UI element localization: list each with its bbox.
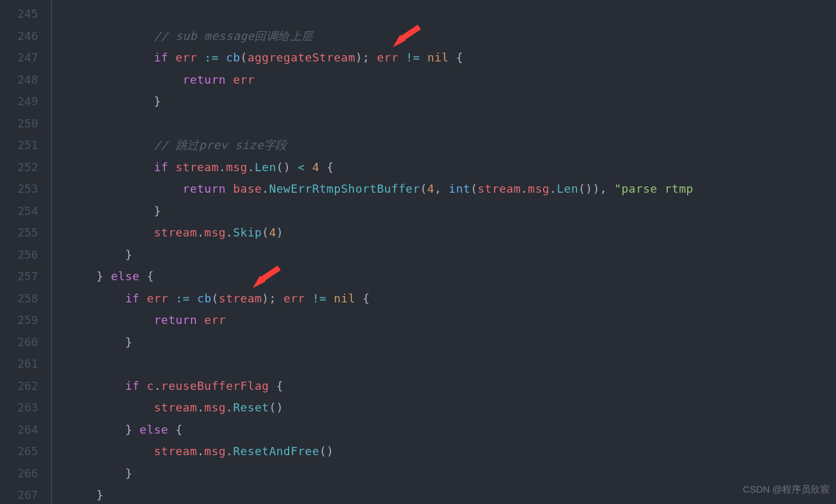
token-paren: ) [355,47,362,69]
token-method: Skip [233,222,261,244]
line-number: 254 [0,200,38,223]
token-ident: c [147,375,153,397]
token-ident: msg [528,178,549,200]
token-punct: } [125,244,132,266]
token-ident: err [377,47,398,69]
code-area[interactable]: // sub message回调给上层 if err := cb(aggrega… [52,0,693,504]
line-number: 266 [0,463,38,485]
code-line: if c.reuseBufferFlag { [53,375,693,397]
token-punct: . [262,178,269,200]
code-line: if err := cb(stream); err != nil { [53,288,693,310]
token-num: 4 [312,157,319,179]
line-number: 262 [0,375,38,397]
token-punct: } [125,419,132,441]
line-number: 253 [0,178,38,200]
token-punct: } [96,484,103,504]
code-line: return base.NewErrRtmpShortBuffer(4, int… [53,178,693,200]
code-line: } [53,463,693,485]
token-punct: } [96,266,103,288]
token-punct: { [327,157,334,179]
token-op: < [298,157,305,179]
token-keyword: else [111,266,140,288]
token-punct: { [456,47,463,69]
token-func: cb [197,288,212,310]
token-keyword: if [125,288,140,310]
token-ident: reuseBufferFlag [161,375,269,397]
token-ident: msg [204,397,226,419]
token-punct: } [125,332,132,354]
token-punct: . [226,441,233,463]
token-punct: } [154,91,161,113]
token-num: nil [428,47,449,69]
line-number: 260 [0,332,38,354]
token-plain [168,419,175,441]
token-ident: aggregateStream [247,47,355,69]
token-ident: stream [154,397,197,419]
token-method: Len [254,157,276,179]
line-number: 249 [0,91,38,113]
line-number: 248 [0,69,38,91]
token-punct: { [277,375,284,397]
token-plain [103,266,110,288]
token-punct: . [247,157,254,179]
line-number: 264 [0,419,38,441]
token-paren: ()) [578,178,600,200]
code-line: return err [53,69,693,91]
token-punct: { [363,288,370,310]
code-line: } else { [53,266,693,288]
token-method: Len [557,178,578,200]
token-plain [269,375,276,397]
token-punct: . [154,375,161,397]
token-plain [305,157,312,179]
token-paren: ) [262,288,269,310]
token-plain [449,47,456,69]
token-ident: stream [219,288,262,310]
token-keyword: return [183,178,226,200]
code-line [53,113,693,135]
line-number: 258 [0,288,38,310]
token-plain [226,178,233,200]
token-ident: err [147,288,168,310]
token-plain [355,288,362,310]
code-line: } [53,91,693,113]
token-num: 4 [269,222,276,244]
token-plain [398,47,405,69]
token-punct: . [197,222,204,244]
token-paren: () [277,157,291,179]
token-string: "parse rtmp [614,178,693,200]
token-punct: } [125,463,132,485]
token-paren: ( [211,288,218,310]
token-plain [140,266,147,288]
code-line: stream.msg.ResetAndFree() [53,441,693,463]
token-plain [140,375,147,397]
token-comment: // 跳过prev size字段 [154,134,287,157]
line-number: 247 [0,47,38,69]
token-plain [219,47,226,69]
token-keyword: if [154,157,169,179]
token-punct: . [226,397,233,419]
code-line: return err [53,309,693,332]
token-keyword: if [154,47,169,69]
line-number: 252 [0,157,38,179]
token-punct: . [521,178,528,200]
line-number: 263 [0,397,38,419]
code-line: } [53,332,693,354]
token-ident: err [233,69,254,91]
token-plain [327,288,334,310]
token-punct: . [219,157,226,179]
token-method: ResetAndFree [233,441,319,463]
code-line [53,353,693,375]
token-plain [190,288,197,310]
token-punct: . [226,222,233,244]
code-line: } [53,484,693,504]
token-plain [133,419,140,441]
token-op: := [204,47,219,69]
token-ident: stream [176,157,219,179]
watermark: CSDN @程序员欣宸 [743,479,830,501]
token-ident: base [233,178,261,200]
token-ident: msg [204,222,226,244]
line-number: 256 [0,244,38,266]
token-paren: ) [277,222,284,244]
token-ident: msg [226,157,247,179]
token-num: nil [334,288,355,310]
